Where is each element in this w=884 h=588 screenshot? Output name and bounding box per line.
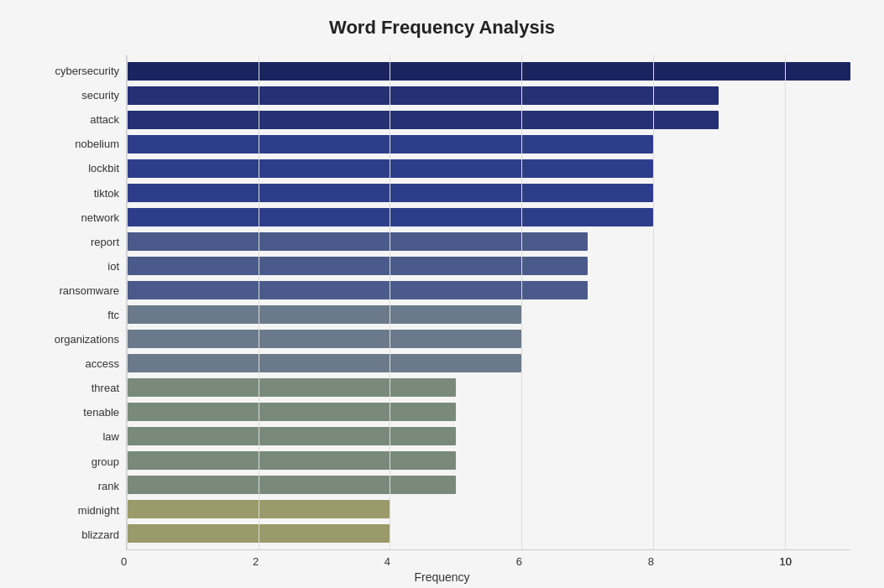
bar-tenable [127, 403, 456, 421]
y-axis-label-law: law [102, 431, 119, 442]
bar-midnight [127, 500, 390, 518]
x-tick-label-4: 4 [384, 555, 390, 568]
bar-network [127, 208, 653, 226]
bar-row-nobelium [127, 132, 850, 156]
bar-row-ftc [127, 302, 850, 326]
bar-iot [127, 257, 588, 275]
bar-row-network [127, 205, 850, 229]
bar-security [127, 86, 719, 105]
bar-row-report [127, 229, 850, 253]
chart-container: Word Frequency Analysis cybersecuritysec… [0, 0, 884, 588]
y-axis-label-lockbit: lockbit [88, 163, 119, 174]
bar-attack [127, 111, 719, 129]
bar-row-threat [127, 376, 850, 400]
bar-rank [127, 476, 456, 494]
bar-row-iot [127, 253, 850, 278]
y-axis-label-report: report [91, 237, 119, 247]
y-axis-label-network: network [81, 212, 119, 223]
x-tick-label-2: 2 [253, 555, 259, 568]
y-axis-label-security: security [81, 90, 119, 101]
y-axis-label-access: access [86, 358, 119, 369]
y-axis-label-group: group [92, 456, 119, 467]
bar-report [127, 232, 588, 251]
bar-row-ransomware [127, 278, 850, 302]
y-axis-label-attack: attack [90, 114, 119, 125]
y-axis-label-midnight: midnight [78, 505, 119, 516]
bar-threat [127, 378, 456, 397]
y-axis-label-threat: threat [92, 382, 119, 393]
bar-group [127, 451, 456, 470]
bar-row-tenable [127, 400, 850, 424]
y-axis-label-nobelium: nobelium [75, 138, 119, 149]
y-axis-label-blizzard: blizzard [81, 529, 119, 540]
bar-row-attack [127, 107, 850, 132]
bar-organizations [127, 330, 521, 348]
bar-row-cybersecurity [127, 59, 850, 83]
bar-row-midnight [127, 497, 850, 522]
x-tick-label-10: 10 [780, 555, 792, 568]
bar-blizzard [127, 524, 390, 543]
x-axis-title: Frequency [34, 570, 850, 584]
y-axis-label-organizations: organizations [55, 334, 119, 345]
bar-row-rank [127, 473, 850, 497]
bar-row-group [127, 449, 850, 473]
bar-row-blizzard [127, 522, 850, 546]
y-axis-label-tenable: tenable [83, 407, 119, 418]
bar-tiktok [127, 184, 653, 202]
bar-cybersecurity [127, 62, 850, 81]
y-labels: cybersecuritysecurityattacknobeliumlockb… [34, 55, 126, 550]
x-tick-label-6: 6 [516, 555, 522, 568]
y-axis-label-iot: iot [107, 261, 119, 272]
bar-access [127, 354, 521, 372]
bar-row-law [127, 424, 850, 449]
bar-row-access [127, 351, 850, 376]
bar-row-organizations [127, 327, 850, 351]
bar-row-lockbit [127, 156, 850, 180]
y-axis-label-ransomware: ransomware [59, 285, 119, 296]
bar-ftc [127, 305, 521, 324]
bars-area [126, 55, 850, 550]
bar-nobelium [127, 135, 653, 154]
bar-row-security [127, 83, 850, 107]
bar-ransomware [127, 281, 588, 299]
y-axis-label-cybersecurity: cybersecurity [55, 65, 119, 76]
bar-lockbit [127, 159, 653, 178]
y-axis-label-ftc: ftc [107, 310, 119, 320]
x-tick-label-8: 8 [648, 555, 654, 568]
chart-area: cybersecuritysecurityattacknobeliumlockb… [34, 55, 850, 550]
y-axis-label-tiktok: tiktok [94, 188, 119, 199]
x-tick-label-0: 0 [121, 555, 127, 568]
bar-law [127, 427, 456, 445]
bar-row-tiktok [127, 180, 850, 205]
y-axis-label-rank: rank [98, 481, 119, 492]
chart-title: Word Frequency Analysis [34, 17, 850, 39]
